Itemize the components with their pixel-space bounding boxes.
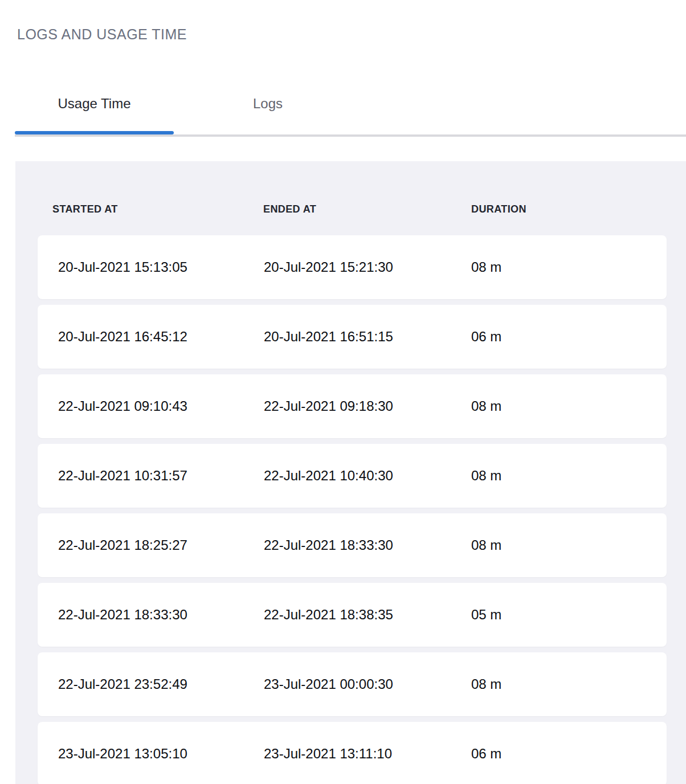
column-header-ended-at: ENDED AT bbox=[263, 203, 316, 215]
cell-started-at: 20-Jul-2021 16:45:12 bbox=[58, 329, 264, 345]
table-row: 23-Jul-2021 13:05:10 23-Jul-2021 13:11:1… bbox=[38, 722, 667, 784]
cell-ended-at: 22-Jul-2021 09:18:30 bbox=[264, 398, 471, 414]
table-row: 22-Jul-2021 18:25:27 22-Jul-2021 18:33:3… bbox=[38, 513, 667, 577]
usage-table-body: 20-Jul-2021 15:13:05 20-Jul-2021 15:21:3… bbox=[38, 235, 667, 784]
cell-ended-at: 22-Jul-2021 18:33:30 bbox=[264, 537, 471, 553]
cell-duration: 08 m bbox=[471, 398, 667, 414]
usage-time-panel: STARTED AT ENDED AT DURATION 20-Jul-2021… bbox=[15, 161, 686, 784]
cell-ended-at: 20-Jul-2021 16:51:15 bbox=[264, 329, 471, 345]
table-row: 22-Jul-2021 23:52:49 23-Jul-2021 00:00:3… bbox=[38, 652, 667, 716]
cell-started-at: 22-Jul-2021 18:25:27 bbox=[58, 537, 264, 553]
cell-duration: 08 m bbox=[471, 676, 667, 692]
cell-duration: 08 m bbox=[471, 259, 667, 275]
cell-ended-at: 20-Jul-2021 15:21:30 bbox=[264, 259, 471, 275]
cell-started-at: 22-Jul-2021 18:33:30 bbox=[58, 607, 264, 623]
column-header-duration: DURATION bbox=[471, 203, 526, 215]
cell-ended-at: 23-Jul-2021 00:00:30 bbox=[264, 676, 471, 692]
tab-logs[interactable]: Logs bbox=[174, 95, 362, 112]
tab-track-line bbox=[15, 134, 686, 137]
tab-usage-time[interactable]: Usage Time bbox=[15, 95, 174, 112]
table-header-row: STARTED AT ENDED AT DURATION bbox=[15, 203, 686, 216]
active-tab-indicator bbox=[15, 131, 174, 134]
cell-duration: 05 m bbox=[471, 607, 667, 623]
cell-duration: 08 m bbox=[471, 537, 667, 553]
cell-started-at: 22-Jul-2021 23:52:49 bbox=[58, 676, 264, 692]
page-title: LOGS AND USAGE TIME bbox=[17, 26, 187, 43]
cell-ended-at: 22-Jul-2021 10:40:30 bbox=[264, 468, 471, 484]
table-row: 20-Jul-2021 16:45:12 20-Jul-2021 16:51:1… bbox=[38, 305, 667, 369]
cell-ended-at: 22-Jul-2021 18:38:35 bbox=[264, 607, 471, 623]
table-row: 22-Jul-2021 10:31:57 22-Jul-2021 10:40:3… bbox=[38, 444, 667, 508]
cell-ended-at: 23-Jul-2021 13:11:10 bbox=[264, 746, 471, 762]
cell-duration: 06 m bbox=[471, 746, 667, 762]
cell-duration: 08 m bbox=[471, 468, 667, 484]
cell-duration: 06 m bbox=[471, 329, 667, 345]
cell-started-at: 23-Jul-2021 13:05:10 bbox=[58, 746, 264, 762]
table-row: 20-Jul-2021 15:13:05 20-Jul-2021 15:21:3… bbox=[38, 235, 667, 299]
cell-started-at: 20-Jul-2021 15:13:05 bbox=[58, 259, 264, 275]
cell-started-at: 22-Jul-2021 09:10:43 bbox=[58, 398, 264, 414]
table-row: 22-Jul-2021 09:10:43 22-Jul-2021 09:18:3… bbox=[38, 374, 667, 438]
table-row: 22-Jul-2021 18:33:30 22-Jul-2021 18:38:3… bbox=[38, 583, 667, 647]
column-header-started-at: STARTED AT bbox=[52, 203, 118, 215]
cell-started-at: 22-Jul-2021 10:31:57 bbox=[58, 468, 264, 484]
